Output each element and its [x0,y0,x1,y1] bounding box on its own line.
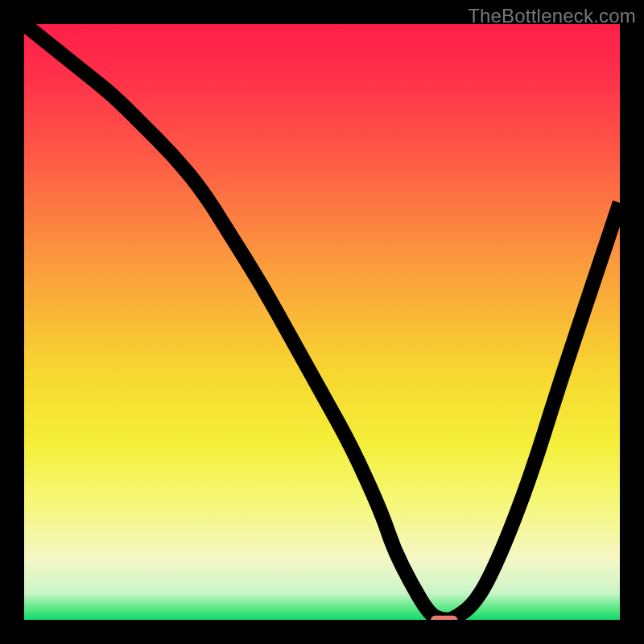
watermark-text: TheBottleneck.com [468,5,636,27]
minimum-marker [431,616,457,620]
chart-plot [24,24,620,620]
gradient-fill [24,24,620,620]
chart-frame: TheBottleneck.com [0,0,644,644]
